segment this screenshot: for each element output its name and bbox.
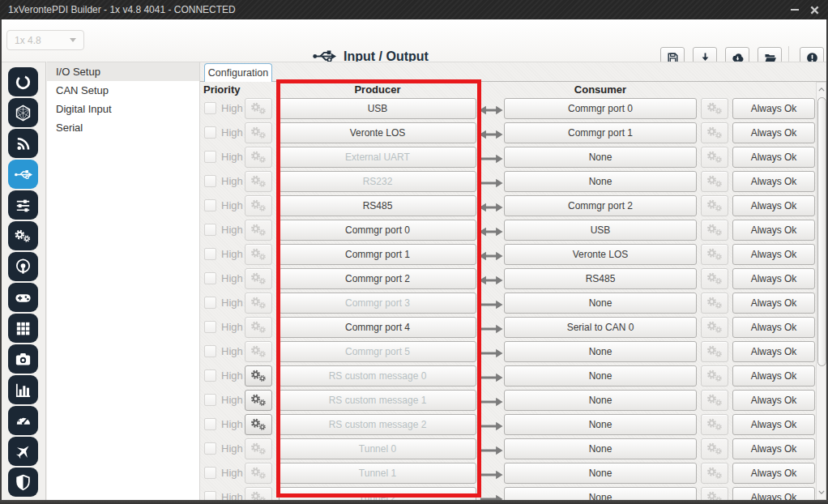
producer-config-button[interactable] xyxy=(245,463,272,484)
producer-button[interactable]: Commgr port 0 xyxy=(279,220,476,241)
consumer-button[interactable]: None xyxy=(504,487,697,500)
producer-button[interactable]: Commgr port 5 xyxy=(279,341,476,362)
scroll-up-button[interactable] xyxy=(817,83,826,96)
producer-config-button[interactable] xyxy=(245,365,272,387)
consumer-config-button[interactable] xyxy=(701,341,728,362)
priority-checkbox[interactable] xyxy=(204,442,216,455)
consumer-config-button[interactable] xyxy=(701,317,728,338)
producer-button[interactable]: RS232 xyxy=(279,171,476,192)
sidebar-item-sliders[interactable] xyxy=(8,190,38,220)
producer-config-button[interactable] xyxy=(245,414,272,435)
producer-config-button[interactable] xyxy=(245,171,272,192)
consumer-button[interactable]: Commgr port 0 xyxy=(504,98,697,119)
sidebar-item-usb[interactable] xyxy=(8,160,38,189)
always-ok-button[interactable]: Always Ok xyxy=(732,365,815,387)
consumer-config-button[interactable] xyxy=(701,268,728,289)
producer-config-button[interactable] xyxy=(245,268,272,289)
nav-item-digital-input[interactable]: Digital Input xyxy=(47,100,199,118)
priority-checkbox[interactable] xyxy=(204,321,216,333)
producer-button[interactable]: RS custom message 1 xyxy=(279,390,476,411)
tab-configuration[interactable]: Configuration xyxy=(204,63,272,82)
priority-checkbox[interactable] xyxy=(204,394,216,406)
always-ok-button[interactable]: Always Ok xyxy=(732,244,815,265)
priority-checkbox[interactable] xyxy=(204,175,216,187)
producer-config-button[interactable] xyxy=(245,122,272,143)
producer-button[interactable]: USB xyxy=(279,98,476,119)
priority-checkbox[interactable] xyxy=(204,102,216,114)
sidebar-item-grid[interactable] xyxy=(8,314,38,343)
priority-checkbox[interactable] xyxy=(204,418,216,430)
consumer-button[interactable]: None xyxy=(504,293,697,314)
always-ok-button[interactable]: Always Ok xyxy=(732,438,815,459)
consumer-config-button[interactable] xyxy=(701,365,728,387)
consumer-button[interactable]: USB xyxy=(504,220,697,241)
sidebar-item-gamepad[interactable] xyxy=(8,283,38,312)
scrollbar-thumb[interactable] xyxy=(817,97,826,366)
producer-button[interactable]: Tunnel 0 xyxy=(279,438,476,459)
consumer-config-button[interactable] xyxy=(701,195,728,216)
producer-button[interactable]: Commgr port 4 xyxy=(279,317,476,338)
producer-button[interactable]: Tunnel 2 xyxy=(279,487,476,500)
producer-button[interactable]: Commgr port 2 xyxy=(279,268,476,289)
priority-checkbox[interactable] xyxy=(204,345,216,357)
producer-config-button[interactable] xyxy=(245,147,272,168)
always-ok-button[interactable]: Always Ok xyxy=(732,463,815,484)
consumer-config-button[interactable] xyxy=(701,98,728,119)
scroll-down-button[interactable] xyxy=(817,486,826,498)
producer-button[interactable]: RS485 xyxy=(279,195,476,216)
consumer-config-button[interactable] xyxy=(701,122,728,143)
nav-item-can-setup[interactable]: CAN Setup xyxy=(47,81,199,100)
producer-config-button[interactable] xyxy=(245,220,272,241)
consumer-config-button[interactable] xyxy=(701,171,728,192)
consumer-config-button[interactable] xyxy=(701,220,728,241)
consumer-config-button[interactable] xyxy=(701,244,728,265)
priority-checkbox[interactable] xyxy=(204,199,216,211)
sidebar-item-gears[interactable] xyxy=(8,221,38,250)
priority-checkbox[interactable] xyxy=(204,151,216,163)
priority-checkbox[interactable] xyxy=(204,248,216,260)
always-ok-button[interactable]: Always Ok xyxy=(732,390,815,411)
always-ok-button[interactable]: Always Ok xyxy=(732,147,815,168)
sidebar-item-rss[interactable] xyxy=(8,129,38,158)
sidebar-item-bar-chart[interactable] xyxy=(8,375,38,404)
producer-button[interactable]: Commgr port 3 xyxy=(279,293,476,314)
producer-config-button[interactable] xyxy=(245,293,272,314)
sidebar-item-gauge[interactable] xyxy=(8,406,38,435)
version-dropdown[interactable]: 1x 4.8 xyxy=(6,30,84,50)
priority-checkbox[interactable] xyxy=(204,272,216,284)
producer-button[interactable]: External UART xyxy=(279,147,476,168)
producer-config-button[interactable] xyxy=(245,98,272,119)
consumer-button[interactable]: RS485 xyxy=(504,268,697,289)
always-ok-button[interactable]: Always Ok xyxy=(732,487,815,500)
consumer-button[interactable]: None xyxy=(504,390,697,411)
always-ok-button[interactable]: Always Ok xyxy=(732,98,815,119)
producer-button[interactable]: Tunnel 1 xyxy=(279,463,476,484)
consumer-button[interactable]: Serial to CAN 0 xyxy=(504,317,697,338)
producer-button[interactable]: RS custom message 0 xyxy=(279,365,476,387)
consumer-config-button[interactable] xyxy=(701,414,728,435)
nav-item-i-o-setup[interactable]: I/O Setup xyxy=(47,62,199,81)
always-ok-button[interactable]: Always Ok xyxy=(732,122,815,143)
sidebar-item-hex-mesh[interactable] xyxy=(8,98,38,127)
close-button[interactable] xyxy=(805,0,823,19)
consumer-config-button[interactable] xyxy=(701,487,728,500)
priority-checkbox[interactable] xyxy=(204,297,216,309)
sidebar-item-podcast[interactable] xyxy=(8,252,38,281)
priority-checkbox[interactable] xyxy=(204,224,216,236)
always-ok-button[interactable]: Always Ok xyxy=(732,414,815,435)
always-ok-button[interactable]: Always Ok xyxy=(732,268,815,289)
consumer-button[interactable]: Commgr port 1 xyxy=(504,122,697,143)
consumer-config-button[interactable] xyxy=(701,463,728,484)
consumer-button[interactable]: None xyxy=(504,438,697,459)
consumer-button[interactable]: None xyxy=(504,414,697,435)
sidebar-item-shield[interactable] xyxy=(8,468,38,497)
sidebar-item-camera[interactable] xyxy=(8,344,38,374)
sidebar-item-plane[interactable] xyxy=(8,437,38,466)
priority-checkbox[interactable] xyxy=(204,369,216,382)
consumer-button[interactable]: None xyxy=(504,171,697,192)
always-ok-button[interactable]: Always Ok xyxy=(732,341,815,362)
consumer-button[interactable]: None xyxy=(504,463,697,484)
always-ok-button[interactable]: Always Ok xyxy=(732,293,815,314)
consumer-button[interactable]: Commgr port 2 xyxy=(504,195,697,216)
minimize-button[interactable] xyxy=(786,0,804,19)
